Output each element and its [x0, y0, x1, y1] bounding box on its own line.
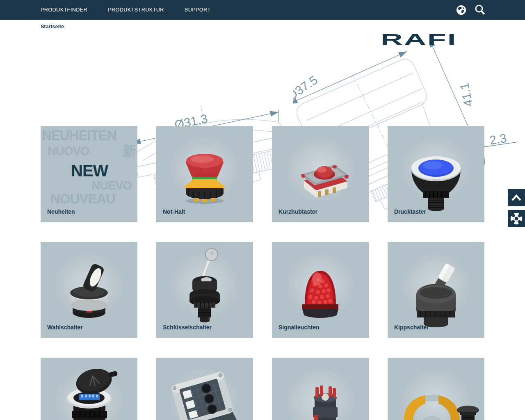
tile-schluesselschalter[interactable]: Schlüsselschalter	[156, 242, 253, 338]
toggle-switch-product-image	[388, 242, 484, 338]
selector-switch-product-image	[41, 242, 137, 338]
tile-kurzhubtaster[interactable]: Kurzhubtaster	[272, 126, 369, 222]
top-navigation-bar: PRODUKTFINDER PRODUKTSTRUKTUR SUPPORT	[0, 0, 525, 20]
chevron-up-icon	[511, 194, 522, 201]
tile-label: Wahlschalter	[47, 324, 83, 331]
support-contact-button[interactable]	[508, 210, 525, 227]
accessories-product-image	[388, 358, 484, 420]
short-travel-switch-product-image	[272, 126, 369, 222]
dim-label: 41.1	[457, 82, 475, 108]
tile-wahlschalter[interactable]: Wahlschalter	[41, 242, 137, 338]
tile-kippschalter[interactable]: Kippschalter	[388, 242, 484, 338]
tile-drucktaster[interactable]: Drucktaster	[388, 126, 484, 222]
nav-item-produktstruktur[interactable]: PRODUKTSTRUKTUR	[108, 7, 164, 13]
lifebuoy-icon	[510, 212, 523, 225]
nav-item-support[interactable]: SUPPORT	[185, 7, 211, 13]
key-switch-product-image	[156, 242, 253, 338]
tile-label: Kippschalter	[394, 324, 429, 331]
rafi-logo[interactable]: RAFI	[381, 33, 484, 49]
new-word-es: NUEVO	[91, 180, 132, 192]
dim-label: Ø37.5	[293, 73, 320, 103]
enclosure-box-product-image	[156, 358, 253, 420]
new-word-fr: NOUVEAU	[50, 192, 115, 205]
search-icon	[474, 4, 486, 16]
floating-action-column	[508, 189, 525, 227]
search-button[interactable]	[474, 4, 486, 16]
scroll-to-top-button[interactable]	[508, 189, 525, 206]
tile-neuheiten[interactable]: NEUHEITEN NUOVO 新 NEW NUEVO NOUVEAU Neuh…	[41, 126, 137, 222]
tile-signalleuchten[interactable]: Signalleuchten	[272, 242, 369, 338]
tile-label: Kurzhubtaster	[278, 208, 317, 215]
nav-item-produktfinder[interactable]: PRODUKTFINDER	[41, 7, 87, 13]
tile-accessories[interactable]	[388, 358, 484, 420]
new-word-it: NUOVO	[48, 145, 89, 157]
tile-label: Signalleuchten	[278, 324, 320, 331]
tile-not-halt[interactable]: Not-Halt	[156, 126, 253, 222]
new-word-en: NEW	[71, 162, 108, 179]
rafi-logo-text: RAFI	[381, 33, 457, 46]
new-word-de: NEUHEITEN	[42, 128, 116, 142]
tile-enclosure[interactable]	[156, 358, 253, 420]
tile-label: Not-Halt	[163, 208, 185, 215]
main-nav: PRODUKTFINDER PRODUKTSTRUKTUR SUPPORT	[0, 7, 211, 13]
usb-socket-product-image	[41, 358, 137, 420]
pushbutton-product-image	[388, 126, 484, 222]
new-word-zh: 新	[123, 144, 136, 158]
language-globe-button[interactable]	[455, 4, 467, 16]
tile-contact-block[interactable]	[272, 358, 369, 420]
globe-icon	[456, 5, 466, 15]
dim-label: 2.3	[488, 131, 507, 147]
tile-label: Schlüsselschalter	[163, 324, 212, 331]
signal-lamp-product-image	[272, 242, 369, 338]
tile-label: Drucktaster	[394, 208, 426, 215]
breadcrumb[interactable]: Startseite	[41, 24, 64, 30]
tile-label: Neuheiten	[47, 208, 75, 215]
tile-usb-socket[interactable]	[41, 358, 137, 420]
contact-block-product-image	[272, 358, 369, 420]
emergency-stop-product-image	[156, 126, 253, 222]
